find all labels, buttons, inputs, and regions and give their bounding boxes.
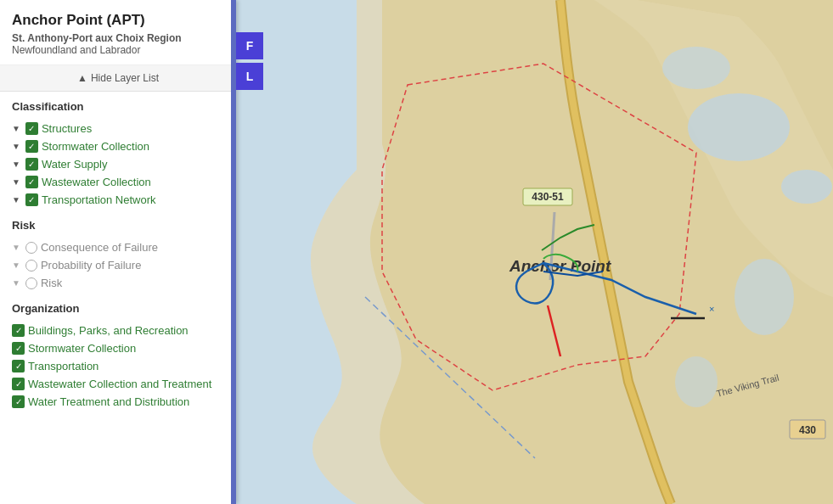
panel-subtitle: St. Anthony-Port aux Choix Region bbox=[12, 32, 224, 44]
layer-label-stormwater: Stormwater Collection bbox=[42, 140, 149, 153]
svg-point-5 bbox=[675, 356, 718, 407]
svg-text:430: 430 bbox=[799, 424, 816, 436]
classification-group: ▼ ✓ Structures ▼ ✓ Stormwater Collection… bbox=[0, 118, 236, 210]
org-item-buildings[interactable]: ✓ Buildings, Parks, and Recreation bbox=[0, 322, 236, 339]
risk-item-consequence[interactable]: ▼ Consequence of Failure bbox=[0, 238, 236, 256]
chevron-icon: ▼ bbox=[12, 260, 20, 270]
layer-label-structures: Structures bbox=[42, 122, 92, 135]
org-item-water-treatment[interactable]: ✓ Water Treatment and Distribution bbox=[0, 393, 236, 411]
chevron-up-icon: ▲ bbox=[77, 72, 87, 84]
toggle-buttons: F L bbox=[236, 32, 263, 90]
chevron-icon: ▼ bbox=[12, 124, 20, 133]
svg-point-4 bbox=[735, 259, 794, 335]
chevron-icon: ▼ bbox=[12, 278, 20, 288]
org-label-wastewater-treatment: Wastewater Collection and Treatment bbox=[28, 378, 211, 390]
layer-item-wastewater[interactable]: ▼ ✓ Wastewater Collection bbox=[0, 173, 236, 191]
layer-item-structures[interactable]: ▼ ✓ Structures bbox=[0, 120, 236, 137]
org-label-buildings: Buildings, Parks, and Recreation bbox=[28, 324, 189, 337]
toggle-l-button[interactable]: L bbox=[236, 63, 263, 90]
checkbox-org-wastewater-treatment[interactable]: ✓ bbox=[12, 378, 25, 390]
risk-item-probability[interactable]: ▼ Probability of Failure bbox=[0, 256, 236, 274]
checkbox-buildings[interactable]: ✓ bbox=[12, 324, 25, 337]
classification-header: Classification bbox=[0, 92, 236, 118]
org-label-transportation: Transportation bbox=[28, 360, 98, 372]
checkbox-stormwater[interactable]: ✓ bbox=[25, 140, 38, 153]
layer-item-water-supply[interactable]: ▼ ✓ Water Supply bbox=[0, 155, 236, 173]
svg-text:430-51: 430-51 bbox=[532, 191, 564, 203]
radio-consequence[interactable] bbox=[25, 242, 37, 254]
panel-header: Anchor Point (APT) St. Anthony-Port aux … bbox=[0, 0, 236, 65]
org-item-transportation[interactable]: ✓ Transportation bbox=[0, 357, 236, 375]
layer-label-wastewater: Wastewater Collection bbox=[42, 176, 151, 188]
risk-label-risk: Risk bbox=[41, 277, 62, 289]
layer-item-stormwater[interactable]: ▼ ✓ Stormwater Collection bbox=[0, 137, 236, 155]
chevron-icon: ▼ bbox=[12, 243, 20, 252]
left-panel: Anchor Point (APT) St. Anthony-Port aux … bbox=[0, 0, 236, 504]
panel-region: Newfoundland and Labrador bbox=[12, 44, 224, 56]
risk-item-risk[interactable]: ▼ Risk bbox=[0, 274, 236, 292]
svg-text:×: × bbox=[709, 304, 714, 314]
layer-item-transportation[interactable]: ▼ ✓ Transportation Network bbox=[0, 191, 236, 209]
risk-header: Risk bbox=[0, 210, 236, 237]
chevron-icon: ▼ bbox=[12, 160, 20, 169]
org-item-wastewater-treatment[interactable]: ✓ Wastewater Collection and Treatment bbox=[0, 375, 236, 393]
chevron-icon: ▼ bbox=[12, 142, 20, 151]
layer-label-transportation: Transportation Network bbox=[42, 193, 156, 206]
radio-probability[interactable] bbox=[25, 260, 37, 272]
svg-point-2 bbox=[662, 47, 730, 89]
org-label-water-treatment: Water Treatment and Distribution bbox=[28, 395, 189, 408]
organization-group: ✓ Buildings, Parks, and Recreation ✓ Sto… bbox=[0, 320, 236, 412]
checkbox-structures[interactable]: ✓ bbox=[25, 122, 38, 135]
svg-point-1 bbox=[688, 93, 790, 161]
checkbox-water-supply[interactable]: ✓ bbox=[25, 158, 38, 171]
risk-label-probability: Probability of Failure bbox=[41, 259, 142, 272]
hide-layer-label: Hide Layer List bbox=[91, 72, 159, 84]
org-item-stormwater[interactable]: ✓ Stormwater Collection bbox=[0, 339, 236, 357]
organization-header: Organization bbox=[0, 294, 236, 320]
panel-title: Anchor Point (APT) bbox=[12, 12, 224, 29]
checkbox-org-water-treatment[interactable]: ✓ bbox=[12, 395, 25, 408]
checkbox-wastewater[interactable]: ✓ bbox=[25, 176, 38, 188]
chevron-icon: ▼ bbox=[12, 177, 20, 187]
org-label-stormwater: Stormwater Collection bbox=[28, 342, 136, 355]
toggle-f-button[interactable]: F bbox=[236, 32, 263, 59]
svg-point-3 bbox=[781, 170, 832, 204]
hide-layer-button[interactable]: ▲ Hide Layer List bbox=[0, 65, 236, 92]
risk-group: ▼ Consequence of Failure ▼ Probability o… bbox=[0, 237, 236, 294]
scroll-indicator bbox=[231, 0, 236, 504]
chevron-icon: ▼ bbox=[12, 195, 20, 204]
risk-label-consequence: Consequence of Failure bbox=[41, 241, 158, 254]
checkbox-transportation[interactable]: ✓ bbox=[25, 193, 38, 206]
checkbox-org-transportation[interactable]: ✓ bbox=[12, 360, 25, 372]
radio-risk[interactable] bbox=[25, 277, 37, 289]
checkbox-org-stormwater[interactable]: ✓ bbox=[12, 342, 25, 355]
layer-label-water-supply: Water Supply bbox=[42, 158, 108, 171]
